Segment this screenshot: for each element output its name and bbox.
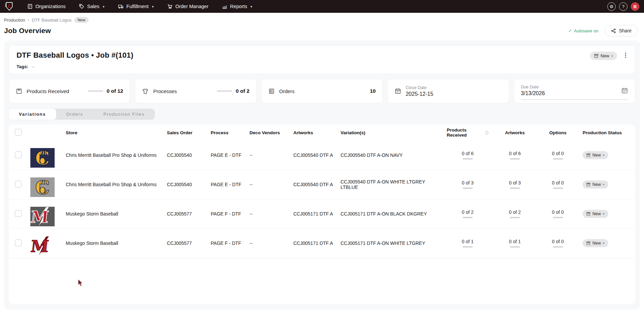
deco-vendors-value: -- — [247, 211, 291, 217]
deco-vendors-value: -- — [247, 152, 291, 158]
progress-bar — [510, 246, 520, 248]
page-title: Job Overview — [4, 27, 51, 35]
production-status-dropdown[interactable]: New ▾ — [583, 180, 608, 189]
row-checkbox[interactable] — [15, 239, 22, 246]
orders-list-icon — [268, 88, 275, 94]
chevron-down-icon: ▾ — [611, 54, 613, 58]
select-all-checkbox[interactable] — [15, 129, 22, 136]
nav-item-sales[interactable]: Sales ▾ — [79, 4, 104, 9]
settings-button[interactable]: ⚙ — [607, 2, 616, 11]
info-icon[interactable] — [485, 131, 489, 135]
process-name: PAGE E - DTF — [208, 152, 247, 158]
job-header-card: DTF Baseball Logos • Job #(101) Tags: --… — [9, 45, 635, 74]
options-count: 0 of 0 — [552, 239, 564, 248]
nav-label: Organizations — [35, 4, 65, 9]
stat-orders: Orders 10 — [261, 79, 383, 103]
chevron-down-icon: ▾ — [103, 5, 105, 8]
progress-bar — [553, 188, 563, 189]
progress-bar — [553, 217, 563, 218]
tags-label: Tags: — [17, 64, 28, 69]
svg-text:m: m — [39, 177, 47, 186]
row-checkbox[interactable] — [15, 210, 22, 217]
tab-production-files[interactable]: Production Files — [93, 109, 155, 120]
artworks-name: CCJ005171 DTF A — [291, 240, 338, 246]
sales-order-number: CCJ005577 — [164, 211, 208, 217]
table-header-row: Store Sales Order Process Deco Vendors A… — [9, 124, 635, 141]
stats-row: Products Received 0 of 12 Processes 0 of… — [9, 79, 635, 103]
avatar-initial: B — [634, 4, 637, 9]
share-button[interactable]: Share — [605, 25, 638, 36]
stat-products-received: Products Received 0 of 12 — [9, 79, 130, 103]
chevron-down-icon: ▾ — [603, 241, 605, 245]
artworks-name: CCJ005540 DTF A — [291, 152, 338, 158]
progress-bar — [88, 90, 103, 92]
shield-logo-icon: C — [5, 2, 14, 11]
breadcrumb-current[interactable]: DTF Baseball Logos — [32, 18, 71, 23]
user-avatar[interactable]: B — [631, 2, 639, 11]
progress-bar — [510, 217, 520, 218]
table-row: C m M Chris Merritt Baseball Pro Shop & … — [9, 170, 635, 199]
job-panel: DTF Baseball Logos • Job #(101) Tags: --… — [4, 40, 640, 310]
app-logo[interactable]: C — [5, 2, 14, 11]
chevron-down-icon: ▾ — [603, 183, 605, 186]
production-status-dropdown[interactable]: New ▾ — [583, 151, 608, 159]
nav-item-reports[interactable]: Reports ▾ — [222, 4, 252, 9]
progress-bar — [463, 246, 473, 248]
nav-item-order-manager[interactable]: Order Manager — [167, 4, 208, 9]
job-status-dropdown[interactable]: New ▾ — [590, 52, 617, 60]
artworks-name: CCJ005540 DTF A — [291, 182, 338, 187]
variation-name: CCJ005171 DTF A-ON WHITE LTGREY — [338, 240, 444, 246]
progress-bar — [510, 158, 520, 160]
organizations-icon — [27, 4, 33, 9]
tab-orders[interactable]: Orders — [56, 109, 93, 120]
nav-item-organizations[interactable]: Organizations — [27, 4, 65, 9]
truck-icon — [118, 4, 124, 9]
due-date-input[interactable]: Due Date 3/13/2026 — [521, 85, 628, 100]
artworks-count: 0 of 2 — [509, 209, 521, 218]
question-icon: ? — [622, 4, 624, 9]
autosave-indicator: ✓ Autosave on — [568, 28, 598, 33]
sales-order-number: CCJ005540 — [164, 152, 208, 158]
artworks-name: CCJ005171 DTF A — [291, 211, 338, 217]
chevron-down-icon: ▾ — [603, 212, 605, 216]
archive-icon — [586, 241, 590, 245]
svg-text:M: M — [30, 237, 50, 256]
tab-variations[interactable]: Variations — [9, 109, 56, 120]
tags-value: -- — [32, 64, 35, 69]
chevron-down-icon: ▾ — [603, 153, 605, 157]
breadcrumb-production[interactable]: Production — [4, 18, 25, 23]
breadcrumb: Production › DTF Baseball Logos New — [0, 13, 644, 23]
row-checkbox[interactable] — [15, 151, 22, 158]
progress-bar — [217, 90, 232, 92]
process-name: PAGE F - DTF — [208, 211, 247, 217]
calendar-icon[interactable] — [621, 87, 628, 94]
production-status-dropdown[interactable]: New ▾ — [583, 210, 608, 218]
production-status-dropdown[interactable]: New ▾ — [583, 239, 608, 247]
chart-icon — [222, 4, 227, 9]
stat-due-date: Due Date 3/13/2026 — [514, 79, 635, 103]
variation-name: CCJ005540 DTF A-ON WHITE LTGREY LTBLUE — [338, 179, 444, 190]
header-process: Process — [208, 130, 247, 135]
svg-text:m: m — [39, 148, 47, 156]
progress-bar — [463, 158, 473, 160]
chevron-down-icon: ▾ — [152, 5, 154, 8]
svg-text:M: M — [30, 207, 50, 226]
options-count: 0 of 0 — [552, 180, 564, 189]
store-name: Muskego Storm Baseball — [63, 211, 164, 217]
store-logo: C m M — [30, 236, 60, 256]
package-icon — [16, 88, 22, 94]
help-button[interactable]: ? — [619, 2, 627, 11]
header-production-status: Production Status — [577, 130, 635, 135]
header-variations: Variation(s) — [338, 130, 444, 135]
store-name: Chris Merritt Baseball Pro Shop & Unifor… — [63, 182, 164, 187]
table-row: C m M Muskego Storm Baseball CCJ005577 P… — [9, 199, 635, 229]
archive-icon — [586, 212, 590, 216]
process-name: PAGE E - DTF — [208, 182, 247, 187]
nav-item-fulfillment[interactable]: Fulfillment ▾ — [118, 4, 154, 9]
process-name: PAGE F - DTF — [208, 240, 247, 246]
more-options-button[interactable] — [624, 52, 628, 59]
store-logo: C m M — [30, 148, 60, 168]
row-checkbox[interactable] — [15, 181, 22, 188]
progress-bar — [553, 158, 563, 160]
progress-bar — [463, 188, 473, 189]
